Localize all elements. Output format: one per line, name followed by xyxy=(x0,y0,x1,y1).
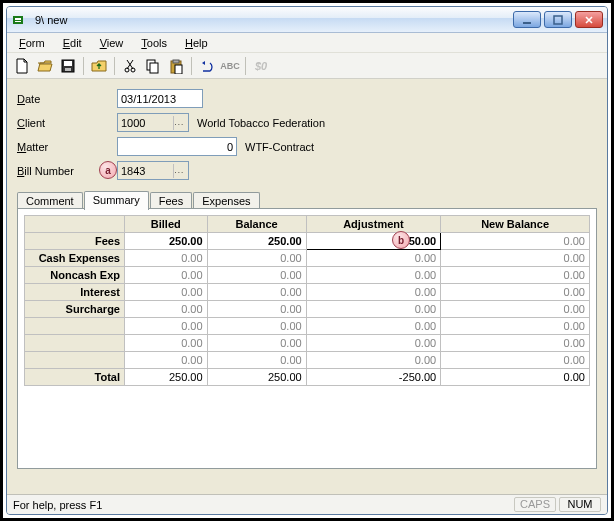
tab-fees[interactable]: Fees xyxy=(150,192,192,209)
row-header xyxy=(25,318,125,335)
grid-cell[interactable]: 0.00 xyxy=(306,284,441,301)
summary-grid[interactable]: Billed Balance Adjustment New Balance Fe… xyxy=(24,215,590,386)
grid-cell[interactable]: 0.00 xyxy=(306,352,441,369)
tab-comment[interactable]: Comment xyxy=(17,192,83,209)
col-newbalance: New Balance xyxy=(441,216,590,233)
grid-cell[interactable]: 0.00 xyxy=(207,267,306,284)
grid-cell[interactable]: 0.00 xyxy=(306,250,441,267)
dollar-button[interactable]: $0 xyxy=(250,55,272,77)
grid-cell[interactable]: 0.00 xyxy=(306,267,441,284)
save-button[interactable] xyxy=(57,55,79,77)
row-header: Noncash Exp xyxy=(25,267,125,284)
table-row[interactable]: 0.000.000.000.00 xyxy=(25,352,590,369)
grid-cell[interactable]: 0.00 xyxy=(207,318,306,335)
svg-rect-4 xyxy=(554,16,562,24)
grid-cell[interactable]: 0.00 xyxy=(441,284,590,301)
grid-cell[interactable]: 0.00 xyxy=(441,301,590,318)
grid-cell[interactable]: 0.00 xyxy=(125,250,208,267)
svg-rect-2 xyxy=(15,21,21,22)
grid-cell: 0.00 xyxy=(441,369,590,386)
grid-cell[interactable]: 0.00 xyxy=(207,250,306,267)
matter-field[interactable] xyxy=(117,137,237,156)
table-row[interactable]: 0.000.000.000.00 xyxy=(25,318,590,335)
client-lookup-button[interactable]: ... xyxy=(173,116,185,130)
grid-cell[interactable]: 0.00 xyxy=(441,250,590,267)
date-label: Date xyxy=(17,93,117,105)
cut-button[interactable] xyxy=(119,55,141,77)
grid-cell[interactable]: 0.00 xyxy=(207,352,306,369)
new-button[interactable] xyxy=(11,55,33,77)
grid-cell[interactable]: 0.00 xyxy=(207,335,306,352)
tab-bar: Comment Summary Fees Expenses xyxy=(17,190,597,209)
grid-cell[interactable]: 0.00 xyxy=(306,318,441,335)
undo-button[interactable] xyxy=(196,55,218,77)
client-label: Client xyxy=(17,117,117,129)
menu-view[interactable]: View xyxy=(92,35,132,51)
grid-cell: 250.00 xyxy=(207,369,306,386)
matter-label: Matter xyxy=(17,141,117,153)
grid-cell[interactable]: 0.00 xyxy=(125,267,208,284)
grid-cell[interactable]: -250.00 xyxy=(306,233,441,250)
grid-cell[interactable]: 0.00 xyxy=(207,301,306,318)
bill-field[interactable]: ... xyxy=(117,161,189,180)
table-row[interactable]: Noncash Exp0.000.000.000.00 xyxy=(25,267,590,284)
grid-cell[interactable]: 0.00 xyxy=(441,233,590,250)
grid-cell[interactable]: 250.00 xyxy=(125,233,208,250)
bill-lookup-button[interactable]: ... xyxy=(173,164,185,178)
row-header xyxy=(25,352,125,369)
maximize-button[interactable] xyxy=(544,11,572,28)
open-button[interactable] xyxy=(34,55,56,77)
callout-a: a xyxy=(99,161,117,179)
tab-expenses[interactable]: Expenses xyxy=(193,192,259,209)
grid-cell[interactable]: 0.00 xyxy=(441,267,590,284)
grid-cell[interactable]: 0.00 xyxy=(207,284,306,301)
grid-cell[interactable]: 0.00 xyxy=(125,352,208,369)
callout-b: b xyxy=(392,231,410,249)
col-billed: Billed xyxy=(125,216,208,233)
table-row[interactable]: Interest0.000.000.000.00 xyxy=(25,284,590,301)
date-field[interactable] xyxy=(117,89,203,108)
menu-form[interactable]: Form xyxy=(11,35,53,51)
table-row[interactable]: 0.000.000.000.00 xyxy=(25,335,590,352)
grid-cell[interactable]: 0.00 xyxy=(441,335,590,352)
grid-corner xyxy=(25,216,125,233)
row-header: Fees xyxy=(25,233,125,250)
toolbar: ABC $0 xyxy=(7,53,607,79)
spellcheck-button[interactable]: ABC xyxy=(219,55,241,77)
svg-rect-14 xyxy=(175,65,182,74)
tab-summary[interactable]: Summary xyxy=(84,191,149,210)
grid-cell[interactable]: 250.00 xyxy=(207,233,306,250)
client-field[interactable]: ... xyxy=(117,113,189,132)
table-row[interactable]: Fees250.00250.00-250.000.00 xyxy=(25,233,590,250)
status-bar: For help, press F1 CAPS NUM xyxy=(7,494,607,514)
folder-up-button[interactable] xyxy=(88,55,110,77)
svg-rect-11 xyxy=(150,63,158,73)
grid-cell[interactable]: 0.00 xyxy=(125,335,208,352)
menu-help[interactable]: Help xyxy=(177,35,216,51)
paste-button[interactable] xyxy=(165,55,187,77)
status-caps: CAPS xyxy=(514,497,556,512)
grid-cell[interactable]: 0.00 xyxy=(125,284,208,301)
summary-panel: b Billed Balance Adjustment New Balance … xyxy=(17,209,597,469)
grid-cell[interactable]: 0.00 xyxy=(125,301,208,318)
close-button[interactable] xyxy=(575,11,603,28)
table-row[interactable]: Surcharge0.000.000.000.00 xyxy=(25,301,590,318)
row-header: Interest xyxy=(25,284,125,301)
form-content: Date Client ... World Tobacco Federation… xyxy=(7,79,607,494)
col-balance: Balance xyxy=(207,216,306,233)
svg-rect-6 xyxy=(64,61,72,66)
table-row[interactable]: Cash Expenses0.000.000.000.00 xyxy=(25,250,590,267)
grid-cell[interactable]: 0.00 xyxy=(125,318,208,335)
grid-cell[interactable]: 0.00 xyxy=(306,335,441,352)
menu-edit[interactable]: Edit xyxy=(55,35,90,51)
menu-tools[interactable]: Tools xyxy=(133,35,175,51)
grid-cell[interactable]: 0.00 xyxy=(441,318,590,335)
svg-rect-3 xyxy=(523,22,531,24)
grid-cell: 250.00 xyxy=(125,369,208,386)
grid-cell[interactable]: 0.00 xyxy=(441,352,590,369)
grid-cell: -250.00 xyxy=(306,369,441,386)
minimize-button[interactable] xyxy=(513,11,541,28)
grid-cell[interactable]: 0.00 xyxy=(306,301,441,318)
svg-rect-1 xyxy=(15,18,21,20)
copy-button[interactable] xyxy=(142,55,164,77)
